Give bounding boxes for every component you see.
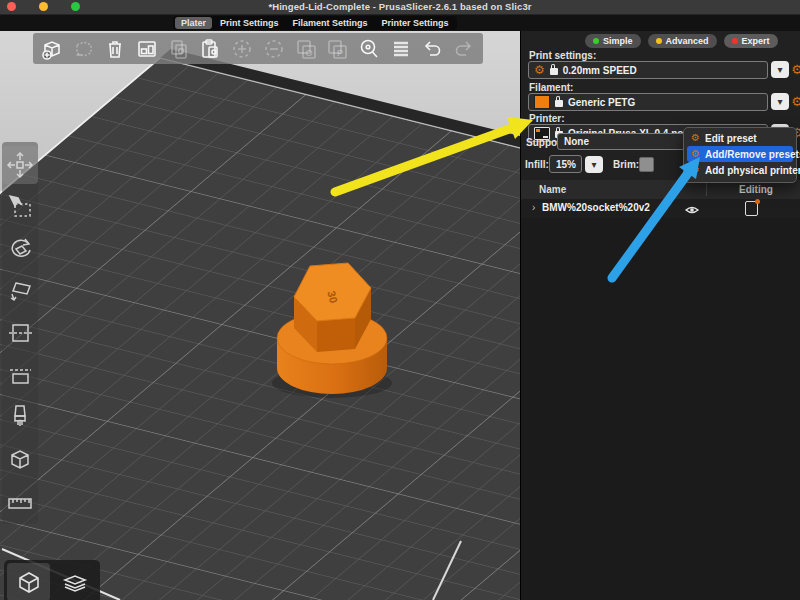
delete-all-icon[interactable] — [102, 36, 128, 62]
object-table-header: Name Editing — [521, 180, 800, 200]
print-settings-gear-button[interactable]: ⚙ — [790, 61, 800, 78]
ruler-gizmo-icon[interactable] — [2, 482, 38, 520]
brim-checkbox[interactable] — [639, 157, 654, 172]
svg-text:P: P — [337, 48, 343, 58]
menu-item-edit-preset[interactable]: ⚙ Edit preset — [687, 130, 793, 146]
menu-item-label: Edit preset — [705, 133, 757, 144]
brim-label: Brim: — [613, 159, 639, 170]
print-settings-preset-icon: ⚙ — [534, 64, 545, 76]
filament-gear-button[interactable]: ⚙ — [790, 93, 800, 110]
filament-value: Generic PETG — [568, 97, 635, 108]
svg-text:O: O — [305, 48, 312, 58]
editing-state-icon[interactable] — [745, 201, 758, 216]
printer-preset-context-menu: ⚙ Edit preset ⚙ Add/Remove presets ⚙ Add… — [683, 127, 797, 183]
filament-combo[interactable]: Generic PETG — [528, 93, 768, 111]
add-object-icon[interactable] — [39, 36, 65, 62]
preview-view-icon[interactable] — [53, 563, 96, 600]
supports-value: None — [564, 136, 589, 147]
table-row[interactable]: › BMW%20socket%20v2 — [521, 199, 800, 218]
tab-printer-settings[interactable]: Printer Settings — [376, 17, 455, 29]
mode-switcher: Simple Advanced Expert — [585, 34, 778, 48]
search-icon[interactable] — [356, 36, 382, 62]
scale-gizmo-icon[interactable] — [2, 188, 38, 226]
mode-simple-button[interactable]: Simple — [585, 34, 641, 48]
print-bed: 30 — [0, 31, 520, 600]
infill-label: Infill: — [525, 159, 549, 170]
infill-value-field[interactable]: 15% — [549, 155, 582, 173]
split-to-parts-icon[interactable]: P — [324, 36, 350, 62]
object-name: BMW%20socket%20v2 — [542, 202, 650, 213]
menu-item-label: Add/Remove presets — [705, 149, 800, 160]
column-divider — [706, 183, 707, 196]
sidebar: Simple Advanced Expert Print settings: ⚙… — [520, 31, 800, 600]
gear-icon: ⚙ — [691, 149, 700, 159]
print-settings-combo[interactable]: ⚙ 0.20mm SPEED — [528, 61, 768, 79]
editor-view-icon[interactable] — [7, 563, 50, 600]
gizmo-toolbar — [2, 142, 38, 524]
print-settings-dropdown-button[interactable] — [771, 61, 789, 78]
filament-color-swatch — [534, 95, 550, 109]
column-name: Name — [539, 184, 566, 195]
filament-dropdown-button[interactable] — [771, 93, 789, 110]
arrange-icon[interactable] — [134, 36, 160, 62]
split-to-objects-icon[interactable]: O — [293, 36, 319, 62]
print-settings-label: Print settings: — [529, 50, 596, 61]
menu-item-label: Add physical printer — [705, 165, 800, 176]
mode-simple-label: Simple — [603, 36, 633, 46]
add-instance-icon[interactable] — [229, 36, 255, 62]
sidebar-empty-area — [521, 218, 800, 600]
remove-instance-icon[interactable] — [261, 36, 287, 62]
tab-print-settings[interactable]: Print Settings — [214, 17, 285, 29]
move-gizmo-icon[interactable] — [2, 146, 38, 184]
window-title: *Hinged-Lid-Complete - PrusaSlicer-2.6.1… — [0, 1, 800, 12]
lock-icon — [555, 100, 563, 107]
measure-gizmo-icon[interactable] — [2, 356, 38, 394]
tab-plater[interactable]: Plater — [175, 17, 212, 29]
main-toolbar: O P — [33, 33, 483, 64]
column-editing: Editing — [739, 184, 773, 195]
lock-icon — [550, 68, 558, 75]
expert-mode-dot-icon — [732, 38, 738, 44]
delete-icon[interactable] — [71, 36, 97, 62]
mode-expert-button[interactable]: Expert — [724, 34, 778, 48]
prusaslicer-window: *Hinged-Lid-Complete - PrusaSlicer-2.6.1… — [0, 0, 800, 600]
cut-gizmo-icon[interactable] — [2, 314, 38, 352]
place-on-face-gizmo-icon[interactable] — [2, 272, 38, 310]
tab-strip: Plater Print Settings Filament Settings … — [0, 15, 800, 31]
simple-mode-dot-icon — [593, 38, 599, 44]
rotate-gizmo-icon[interactable] — [2, 230, 38, 268]
expand-chevron-icon[interactable]: › — [532, 202, 535, 213]
print-settings-value: 0.20mm SPEED — [563, 65, 637, 76]
mode-expert-label: Expert — [742, 36, 770, 46]
menu-item-add-physical-printer[interactable]: ⚙ Add physical printer — [687, 162, 793, 178]
title-bar: *Hinged-Lid-Complete - PrusaSlicer-2.6.1… — [0, 0, 800, 15]
infill-dropdown-button[interactable] — [585, 156, 603, 173]
filament-label: Filament: — [529, 82, 573, 93]
paint-supports-gizmo-icon[interactable] — [2, 398, 38, 436]
tab-filament-settings[interactable]: Filament Settings — [287, 17, 374, 29]
seam-gizmo-icon[interactable] — [2, 440, 38, 478]
infill-value: 15% — [556, 159, 576, 170]
menu-item-add-remove-presets[interactable]: ⚙ Add/Remove presets — [687, 146, 793, 162]
mode-advanced-button[interactable]: Advanced — [648, 34, 717, 48]
paste-icon[interactable] — [197, 36, 223, 62]
variable-layer-height-icon[interactable] — [388, 36, 414, 62]
gear-icon: ⚙ — [691, 165, 700, 175]
redo-icon[interactable] — [451, 36, 477, 62]
mode-advanced-label: Advanced — [666, 36, 709, 46]
gear-icon: ⚙ — [691, 133, 700, 143]
viewport-3d[interactable]: 30 250 O P — [0, 31, 520, 600]
undo-icon[interactable] — [419, 36, 445, 62]
printer-label: Printer: — [529, 113, 565, 124]
view-switcher — [4, 560, 100, 600]
advanced-mode-dot-icon — [656, 38, 662, 44]
copy-icon[interactable] — [166, 36, 192, 62]
